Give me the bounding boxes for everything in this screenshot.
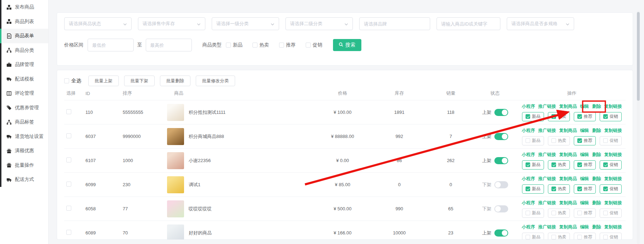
action-link-promo-link[interactable]: 推广链接 xyxy=(538,224,556,230)
action-link-miniprogram[interactable]: 小程序 xyxy=(522,200,535,206)
action-link-copy-product[interactable]: 复制商品 xyxy=(559,200,577,206)
tag-checkbox-1[interactable]: 新品 xyxy=(522,136,544,145)
max-price-input[interactable] xyxy=(146,39,192,51)
action-link-miniprogram[interactable]: 小程序 xyxy=(522,176,535,182)
vertical-scrollbar[interactable] xyxy=(637,11,640,244)
select-all-checkbox[interactable]: 全选 xyxy=(64,78,81,84)
row-checkbox[interactable] xyxy=(66,230,71,235)
action-link-copy-product[interactable]: 复制商品 xyxy=(559,152,577,158)
sidebar-item-2[interactable]: 商品列表 xyxy=(0,15,48,29)
status-toggle[interactable] xyxy=(494,181,508,188)
sidebar-item-4[interactable]: 商品分类 xyxy=(0,43,48,58)
row-checkbox[interactable] xyxy=(66,133,71,138)
tag-checkbox-2[interactable]: 热卖 xyxy=(548,184,570,194)
tag-checkbox-1[interactable]: 新品 xyxy=(522,209,544,218)
action-link-edit[interactable]: 编辑 xyxy=(580,104,589,110)
action-link-edit[interactable]: 编辑 xyxy=(580,200,589,206)
action-link-delete[interactable]: 删除 xyxy=(592,104,601,110)
tag-checkbox-3[interactable]: 推荐 xyxy=(574,209,596,218)
filter-select-3[interactable]: 请选择一级分类 xyxy=(212,17,279,30)
action-link-edit[interactable]: 编辑 xyxy=(580,224,589,230)
action-link-promo-link[interactable]: 推广链接 xyxy=(538,200,556,206)
action-link-promo-link[interactable]: 推广链接 xyxy=(538,176,556,182)
sidebar-item-7[interactable]: 评论管理 xyxy=(0,86,48,101)
tag-checkbox-4[interactable]: 促销 xyxy=(600,233,622,240)
status-toggle[interactable] xyxy=(494,229,508,237)
action-link-copy-url[interactable]: 复制链接 xyxy=(604,176,622,182)
status-toggle[interactable] xyxy=(494,133,508,140)
row-checkbox[interactable] xyxy=(66,109,71,114)
status-toggle[interactable] xyxy=(494,157,508,164)
scrollbar-thumb[interactable] xyxy=(637,12,640,101)
batch-button-2[interactable]: 批量下架 xyxy=(124,76,155,86)
action-link-edit[interactable]: 编辑 xyxy=(580,176,589,182)
tag-checkbox-4[interactable]: 促销 xyxy=(600,160,622,170)
action-link-miniprogram[interactable]: 小程序 xyxy=(522,152,535,158)
action-link-copy-product[interactable]: 复制商品 xyxy=(559,128,577,134)
action-link-copy-product[interactable]: 复制商品 xyxy=(559,176,577,182)
filter-input-5[interactable] xyxy=(359,17,430,30)
tag-checkbox-3[interactable]: 推荐 xyxy=(574,233,596,240)
tag-checkbox-4[interactable]: 促销 xyxy=(600,112,622,121)
tag-checkbox-1[interactable]: 新品 xyxy=(522,184,544,194)
action-link-copy-url[interactable]: 复制链接 xyxy=(604,152,622,158)
tag-checkbox-2[interactable]: 热卖 xyxy=(548,233,570,240)
action-link-copy-url[interactable]: 复制链接 xyxy=(604,224,622,230)
sidebar-item-10[interactable]: 退货地址设置 xyxy=(0,129,48,144)
filter-select-1[interactable]: 请选择商品状态 xyxy=(64,17,132,30)
tag-checkbox-1[interactable]: 新品 xyxy=(522,233,544,240)
type-checkbox-3[interactable]: 推荐 xyxy=(279,42,296,48)
row-checkbox[interactable] xyxy=(66,206,71,211)
sidebar-item-5[interactable]: 品牌管理 xyxy=(0,57,48,72)
sidebar-item-11[interactable]: 满额优惠 xyxy=(0,144,48,158)
tag-checkbox-2[interactable]: 热卖 xyxy=(548,136,570,145)
status-toggle[interactable] xyxy=(494,205,508,212)
action-link-copy-product[interactable]: 复制商品 xyxy=(559,224,577,230)
row-checkbox[interactable] xyxy=(66,157,71,162)
action-link-miniprogram[interactable]: 小程序 xyxy=(522,224,535,230)
type-checkbox-4[interactable]: 促销 xyxy=(306,42,322,48)
type-checkbox-2[interactable]: 热卖 xyxy=(252,42,269,48)
tag-checkbox-2[interactable]: 热卖 xyxy=(548,112,570,121)
type-checkbox-1[interactable]: 新品 xyxy=(226,42,243,48)
action-link-copy-url[interactable]: 复制链接 xyxy=(604,128,622,134)
batch-button-3[interactable]: 批量删除 xyxy=(160,76,190,86)
action-link-delete[interactable]: 删除 xyxy=(592,224,601,230)
filter-select-7[interactable]: 请选择商品是否多规格 xyxy=(507,17,574,30)
action-link-edit[interactable]: 编辑 xyxy=(580,152,589,158)
tag-checkbox-2[interactable]: 热卖 xyxy=(548,209,570,218)
action-link-promo-link[interactable]: 推广链接 xyxy=(538,128,556,134)
action-link-edit[interactable]: 编辑 xyxy=(580,128,589,134)
status-toggle[interactable] xyxy=(494,109,508,116)
filter-select-4[interactable]: 请选择二级分类 xyxy=(285,17,353,30)
sidebar-item-13[interactable]: 配送方式 xyxy=(0,172,48,187)
tag-checkbox-1[interactable]: 新品 xyxy=(522,160,544,170)
tag-checkbox-1[interactable]: 新品 xyxy=(522,112,544,121)
tag-checkbox-4[interactable]: 促销 xyxy=(600,136,622,145)
action-link-delete[interactable]: 删除 xyxy=(592,176,601,182)
batch-button-4[interactable]: 批量修改分类 xyxy=(196,76,235,86)
action-link-copy-product[interactable]: 复制商品 xyxy=(559,104,577,110)
sidebar-item-1[interactable]: 发布商品 xyxy=(0,0,48,15)
action-link-copy-url[interactable]: 复制链接 xyxy=(604,200,622,206)
sidebar-item-12[interactable]: 批量操作 xyxy=(0,158,48,173)
tag-checkbox-3[interactable]: 推荐 xyxy=(574,160,596,170)
tag-checkbox-3[interactable]: 推荐 xyxy=(574,184,596,194)
tag-checkbox-2[interactable]: 热卖 xyxy=(548,160,570,170)
action-link-copy-url[interactable]: 复制链接 xyxy=(604,104,622,110)
sidebar-item-6[interactable]: 配送模板 xyxy=(0,72,48,87)
search-button[interactable]: 搜索 xyxy=(333,39,361,51)
row-checkbox[interactable] xyxy=(66,182,71,187)
sidebar-item-3[interactable]: 商品表单 xyxy=(0,29,48,43)
sidebar-item-9[interactable]: 商品标签 xyxy=(0,115,48,129)
filter-input-6[interactable] xyxy=(437,17,500,30)
tag-checkbox-3[interactable]: 推荐 xyxy=(574,136,596,145)
action-link-delete[interactable]: 删除 xyxy=(592,152,601,158)
sidebar-item-8[interactable]: 优惠券管理 xyxy=(0,101,48,115)
action-link-promo-link[interactable]: 推广链接 xyxy=(538,104,556,110)
action-link-delete[interactable]: 删除 xyxy=(592,200,601,206)
action-link-miniprogram[interactable]: 小程序 xyxy=(522,104,535,110)
action-link-promo-link[interactable]: 推广链接 xyxy=(538,152,556,158)
tag-checkbox-3[interactable]: 推荐 xyxy=(574,112,596,121)
action-link-miniprogram[interactable]: 小程序 xyxy=(522,128,535,134)
